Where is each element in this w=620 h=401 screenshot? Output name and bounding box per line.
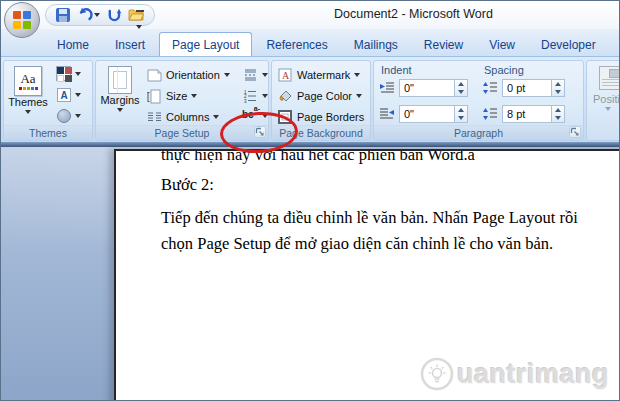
orientation-label: Orientation [166,69,220,81]
group-page-background: A Watermark Page Color Page Borders Page… [271,60,371,141]
page-color-label: Page Color [297,90,352,102]
spacing-before-spin-up[interactable] [552,80,564,88]
indent-right-spinner [455,105,468,123]
page-borders-button[interactable]: Page Borders [277,109,364,125]
tab-view[interactable]: View [477,35,527,56]
orientation-button[interactable]: Orientation [146,67,230,83]
spacing-after-spin-down[interactable] [552,114,564,122]
indent-right-spin-down[interactable] [455,114,467,122]
tab-review[interactable]: Review [412,35,475,56]
tab-references[interactable]: References [254,35,339,56]
theme-effects-button[interactable] [57,109,81,123]
tab-mailings[interactable]: Mailings [342,35,410,56]
document-line-clipped: thực hiện này với hầu hết các phiên bản … [161,149,597,165]
spacing-before-spinner [552,79,565,97]
indent-left-field[interactable]: 0" [399,79,455,97]
size-label: Size [166,90,187,102]
breaks-button[interactable] [242,67,268,83]
hyphenation-button[interactable]: bc a- [242,109,268,123]
theme-fonts-button[interactable]: A [57,88,81,102]
orientation-icon [146,67,162,83]
paragraph-dialog-launcher[interactable] [569,126,581,138]
paragraph-group-label: Paragraph [374,125,583,140]
themes-dropdown-caret [25,110,31,114]
redo-button[interactable] [105,7,122,24]
document-paragraph: Tiếp đến chúng ta điều chỉnh lề văn bản.… [161,205,593,256]
breaks-icon [242,67,258,83]
group-themes: Aa Themes A Themes [3,60,93,141]
line-numbers-icon: 123 [242,88,258,104]
indent-left-spin-down[interactable] [455,88,467,96]
spacing-after-field[interactable]: 8 pt [502,105,552,123]
page-borders-icon [277,109,293,125]
group-paragraph: Indent 0" 0" Spacing 0 pt [373,60,584,141]
columns-button[interactable]: Columns [146,109,219,125]
redo-icon [106,7,122,23]
page-color-button[interactable]: Page Color [277,88,362,104]
spacing-before-spin-down[interactable] [552,88,564,96]
themes-button[interactable]: Aa Themes [6,63,50,114]
watermark-text: uantrimang [457,359,609,390]
size-button[interactable]: Size [146,88,197,104]
spacing-label: Spacing [484,64,524,76]
word-window: Document2 - Microsoft Word Home Insert P… [0,0,620,401]
undo-button[interactable] [76,7,100,24]
office-logo-icon [13,11,31,29]
spacing-after-icon [482,106,498,122]
quantrimang-watermark: uantrimang [419,356,609,392]
document-text: thực hiện này với hầu hết các phiên bản … [116,149,620,256]
themes-icon: Aa [14,66,42,96]
margins-button[interactable]: Margins [98,63,142,112]
window-title: Document2 - Microsoft Word [206,7,620,21]
themes-button-label: Themes [8,96,48,108]
spacing-before-field[interactable]: 0 pt [502,79,552,97]
document-area: thực hiện này với hầu hết các phiên bản … [1,147,620,401]
spacing-before-control: 0 pt [482,79,565,97]
save-button[interactable] [54,7,71,24]
tab-page-layout[interactable]: Page Layout [159,32,252,56]
margins-dropdown-caret [117,108,123,112]
indent-right-control: 0" [379,105,468,123]
columns-icon [146,109,162,125]
position-button[interactable]: Position [591,63,620,111]
theme-effects-icon [57,109,71,123]
spacing-after-control: 8 pt [482,105,565,123]
tab-insert[interactable]: Insert [103,35,157,56]
position-icon [599,66,620,90]
qat-customize-bar-icon [136,10,144,12]
indent-left-spin-up[interactable] [455,80,467,88]
group-arrange: Position [586,60,620,141]
spacing-after-spinner [552,105,565,123]
line-numbers-button[interactable]: 123 [242,88,268,104]
indent-right-icon [379,106,395,122]
theme-fonts-icon: A [57,88,71,102]
indent-right-spin-up[interactable] [455,106,467,114]
svg-text:A: A [282,70,290,81]
spacing-after-spin-up[interactable] [552,106,564,114]
margins-button-label: Margins [100,94,139,106]
size-icon [146,88,162,104]
qat-customize-button[interactable] [134,8,146,22]
undo-icon [77,7,93,23]
indent-right-field[interactable]: 0" [399,105,455,123]
document-step-heading: Bước 2: [161,175,597,195]
page-background-group-label: Page Background [272,125,370,140]
watermark-button[interactable]: A Watermark [277,67,360,83]
ribbon: Aa Themes A Themes Margins [1,56,620,142]
theme-colors-button[interactable] [56,66,81,81]
ribbon-tab-bar: Home Insert Page Layout References Maili… [1,29,620,56]
title-bar: Document2 - Microsoft Word [1,1,620,29]
undo-dropdown-caret[interactable] [94,13,100,17]
tab-developer[interactable]: Developer [529,35,608,56]
dialog-launcher-icon [570,127,580,137]
indent-left-spinner [455,79,468,97]
page-setup-dialog-launcher[interactable] [254,126,266,138]
watermark-icon: A [277,67,293,83]
tab-home[interactable]: Home [45,35,101,56]
office-button[interactable] [4,2,40,38]
theme-colors-icon [56,66,71,81]
indent-label: Indent [381,64,412,76]
columns-label: Columns [166,111,209,123]
document-page[interactable]: thực hiện này với hầu hết các phiên bản … [114,149,620,401]
position-button-label: Position [593,93,620,105]
